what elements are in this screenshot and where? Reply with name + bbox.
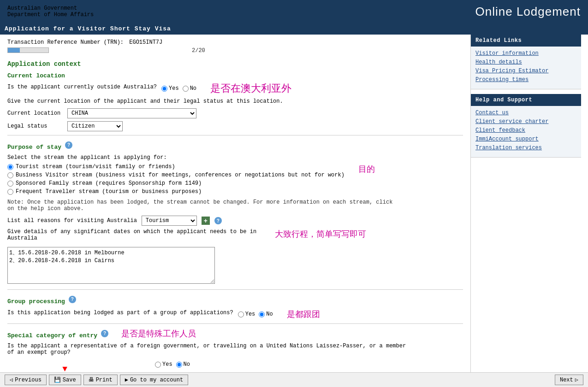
bottom-toolbar: ◁ Previous ▼ 💾 Save 🖶 Print ▶ Go to my a…	[0, 372, 588, 387]
group-help-icon[interactable]: ?	[69, 296, 76, 303]
group-annotation: 是都跟团	[287, 309, 320, 320]
stream-business-label: Business Visitor stream (business visit …	[16, 172, 344, 178]
visit-reasons-select[interactable]: Tourism	[142, 216, 197, 226]
add-reason-button[interactable]: +	[202, 217, 210, 225]
save-arrow: ▼	[62, 364, 67, 374]
group-yes-radio[interactable]	[238, 311, 244, 317]
purpose-help-icon[interactable]: ?	[65, 141, 72, 149]
current-location-select[interactable]: CHINA	[67, 108, 196, 118]
stream-business-option: Business Visitor stream (business visit …	[7, 172, 344, 178]
save-btn-container: ▼ 💾 Save	[49, 375, 81, 385]
health-details-link[interactable]: Health details	[475, 59, 576, 65]
outside-australia-no-radio[interactable]	[183, 86, 189, 92]
outside-australia-yes-label[interactable]: Yes	[161, 85, 179, 92]
print-icon: 🖶	[89, 376, 94, 383]
stream-frequent-radio[interactable]	[7, 189, 13, 195]
processing-times-link[interactable]: Processing times	[475, 76, 576, 83]
divider-2	[7, 289, 463, 290]
outside-australia-question: Is the applicant currently outside Austr…	[7, 84, 157, 90]
visit-reasons-row: List all reasons for visiting Australia …	[7, 216, 463, 226]
special-category-header: Special category of entry	[7, 332, 97, 339]
save-icon: 💾	[54, 376, 61, 383]
outside-australia-no-label[interactable]: No	[183, 85, 196, 92]
special-category-radio-group: Yes No	[155, 361, 463, 368]
go-to-account-label: Go to my account	[130, 377, 183, 383]
outside-australia-row: Is the applicant currently outside Austr…	[7, 82, 463, 95]
divider-3	[7, 323, 463, 324]
save-button[interactable]: 💾 Save	[49, 375, 81, 385]
special-category-no-radio[interactable]	[176, 362, 182, 368]
stream-sponsored-radio[interactable]	[7, 181, 13, 187]
outside-australia-radio-group: Yes No	[161, 85, 196, 92]
visa-pricing-link[interactable]: Visa Pricing Estimator	[475, 68, 576, 74]
outside-australia-yes-radio[interactable]	[161, 86, 167, 92]
go-to-account-button[interactable]: ▶ Go to my account	[120, 375, 188, 385]
progress-bar-fill	[8, 48, 20, 53]
main-layout: Transaction Reference Number (TRN): EGO1…	[0, 35, 588, 385]
stream-sponsored-label: Sponsored Family stream (requires Sponso…	[16, 180, 202, 187]
significant-dates-textarea[interactable]: 1、15.6.2018-20.6.2018 in Melbourne 2、20.…	[7, 247, 215, 284]
visit-reasons-help-icon[interactable]: ?	[214, 217, 222, 224]
print-button[interactable]: 🖶 Print	[83, 375, 118, 385]
next-button[interactable]: Next ▷	[555, 375, 583, 385]
purpose-of-stay-header: Purpose of stay	[7, 144, 61, 151]
group-processing-header: Group processing	[7, 298, 65, 305]
group-no-radio[interactable]	[259, 311, 265, 317]
go-to-account-icon: ▶	[125, 376, 128, 383]
previous-icon: ◁	[10, 376, 13, 383]
help-support-section: Contact us Client service charter Client…	[471, 106, 581, 158]
special-category-no-label[interactable]: No	[176, 361, 190, 368]
special-category-question-row: Is the applicant a representative of a f…	[7, 343, 409, 358]
special-category-yes-label[interactable]: Yes	[155, 361, 172, 368]
contact-us-link[interactable]: Contact us	[475, 110, 576, 116]
special-category-annotation: 是否是特殊工作人员	[121, 328, 196, 339]
trn-label: Transaction Reference Number (TRN):	[7, 39, 124, 46]
current-location-instruction: Give the current location of the applica…	[7, 98, 463, 105]
stream-frequent-label: Frequent Traveller stream (tourism or bu…	[16, 188, 202, 195]
significant-dates-row: Give details of any significant dates on…	[7, 229, 463, 244]
group-no-label[interactable]: No	[259, 311, 273, 317]
application-context-header: Application context	[7, 60, 463, 68]
help-support-title: Help and Support	[471, 94, 581, 106]
next-label: Next	[560, 377, 573, 383]
previous-button[interactable]: ◁ Previous	[5, 375, 47, 385]
visitor-information-link[interactable]: Visitor information	[475, 50, 576, 57]
significant-dates-question: Give details of any significant dates on…	[7, 229, 261, 241]
page-title-bar: Application for a Visitor Short Stay Vis…	[0, 23, 588, 35]
current-location-header: Current location	[7, 72, 463, 79]
stream-note: Note: Once the application has been lodg…	[7, 199, 399, 212]
content-area: Transaction Reference Number (TRN): EGO1…	[0, 35, 470, 385]
legal-status-label: Legal status	[7, 123, 63, 129]
related-links-section: Visitor information Health details Visa …	[471, 47, 581, 89]
stream-business-radio[interactable]	[7, 172, 13, 178]
legal-status-select[interactable]: Citizen	[67, 121, 123, 131]
translation-link[interactable]: Translation services	[475, 145, 576, 151]
special-category-help-icon[interactable]: ?	[101, 330, 108, 337]
sidebar: Related Links Visitor information Health…	[470, 35, 581, 385]
legal-status-row: Legal status Citizen	[7, 121, 463, 131]
group-question: Is this application being lodged as part…	[7, 310, 233, 316]
toolbar-left: ◁ Previous ▼ 💾 Save 🖶 Print ▶ Go to my a…	[5, 375, 188, 385]
print-label: Print	[96, 377, 113, 383]
logo-line1: Australian Government	[7, 5, 94, 12]
stream-question: Select the stream the applicant is apply…	[7, 154, 463, 161]
stream-frequent-option: Frequent Traveller stream (tourism or bu…	[7, 188, 344, 195]
group-yes-label[interactable]: Yes	[238, 311, 255, 317]
client-feedback-link[interactable]: Client feedback	[475, 127, 576, 134]
stream-tourist-radio[interactable]	[7, 164, 13, 170]
visit-reasons-label: List all reasons for visiting Australia	[7, 217, 137, 224]
page-counter: 2/20	[192, 47, 463, 54]
stream-tourist-option: Tourist stream (tourism/visit family or …	[7, 164, 344, 170]
special-category-yes-radio[interactable]	[155, 362, 161, 368]
trn-value: EGO15INT7J	[129, 39, 162, 46]
outside-australia-annotation: 是否在澳大利亚外	[210, 82, 291, 95]
service-charter-link[interactable]: Client service charter	[475, 118, 576, 125]
immiaccount-link[interactable]: ImmiAccount support	[475, 136, 576, 142]
save-label: Save	[63, 377, 76, 383]
group-radio-group: Yes No	[238, 311, 273, 317]
previous-label: Previous	[15, 377, 42, 383]
current-location-row: Current location CHINA	[7, 108, 463, 118]
logo-line2: Department of Home Affairs	[7, 12, 94, 18]
header-title: Online Lodgement	[475, 5, 581, 19]
related-links-title: Related Links	[471, 35, 581, 47]
